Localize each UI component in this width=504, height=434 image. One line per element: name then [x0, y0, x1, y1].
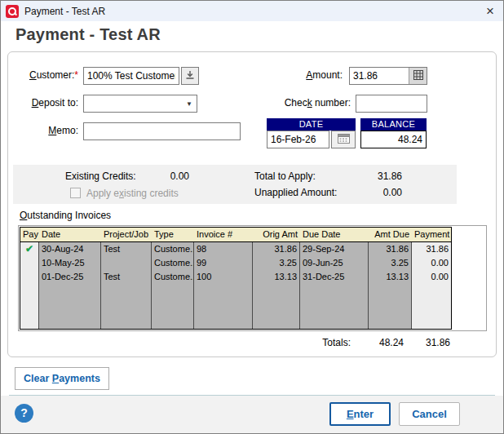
calendar-icon — [338, 133, 350, 146]
footer: ? Enter Cancel — [1, 396, 503, 433]
check-number-label: Check number: — [245, 97, 351, 108]
chevron-down-icon: ▼ — [182, 95, 197, 112]
table-filler-cell — [20, 284, 39, 329]
invoice-cell-type[interactable]: Custome... — [152, 242, 194, 256]
col-header-amt-due: Amt Due — [369, 228, 412, 242]
deposit-to-label: Deposit to: — [8, 97, 78, 108]
invoice-cell-due-date[interactable]: 29-Sep-24 — [300, 242, 369, 256]
date-column-header: DATE — [267, 118, 356, 131]
table-filler-cell — [253, 284, 300, 329]
customer-input[interactable] — [83, 67, 179, 85]
invoice-cell-payment[interactable]: 0.00 — [412, 256, 451, 270]
outstanding-invoices-label: Outstanding Invoices — [20, 210, 111, 221]
quickbooks-logo-icon — [6, 5, 19, 18]
deposit-to-select[interactable]: ▼ — [83, 95, 197, 113]
table-filler-cell — [39, 284, 101, 329]
balance-value: 48.24 — [360, 131, 427, 148]
invoice-cell-payment[interactable]: 0.00 — [412, 270, 451, 284]
totals-label: Totals: — [277, 337, 351, 348]
help-button[interactable]: ? — [15, 404, 33, 423]
invoice-cell-date[interactable]: 10-May-25 — [39, 256, 101, 270]
required-asterisk: * — [74, 69, 78, 81]
invoice-cell-payment[interactable]: 31.86 — [412, 242, 451, 256]
col-header-pay: Pay — [20, 228, 39, 242]
invoice-cell-orig-amt[interactable]: 31.86 — [253, 242, 300, 256]
calculator-icon — [413, 70, 423, 82]
close-icon[interactable]: × — [482, 3, 498, 20]
help-icon: ? — [20, 406, 28, 419]
table-filler-cell — [101, 284, 152, 329]
customer-list-button[interactable] — [181, 67, 199, 85]
invoice-cell-orig-amt[interactable]: 3.25 — [253, 256, 300, 270]
window-title: Payment - Test AR — [24, 6, 105, 17]
invoices-table: Pay Date Project/Job Type Invoice # Orig… — [20, 227, 452, 330]
invoice-cell-due-date[interactable]: 09-Jun-25 — [300, 256, 369, 270]
invoices-table-panel: Pay Date Project/Job Type Invoice # Orig… — [18, 225, 487, 331]
amount-label: Amount: — [253, 69, 343, 81]
invoice-cell-amt-due[interactable]: 3.25 — [369, 256, 412, 270]
check-number-input[interactable] — [356, 95, 427, 113]
col-header-invoice-number: Invoice # — [194, 228, 253, 242]
total-to-apply-label: Total to Apply: — [254, 170, 316, 182]
invoice-cell-project[interactable]: Test — [101, 270, 152, 284]
invoice-cell-orig-amt[interactable]: 13.13 — [253, 270, 300, 284]
total-to-apply-value: 31.86 — [323, 170, 402, 182]
unapplied-amount-value: 0.00 — [323, 187, 402, 198]
invoice-cell-number[interactable]: 99 — [194, 256, 253, 270]
payment-form-panel: Customer:* Amount: Deposit to: ▼ Check n… — [7, 51, 497, 357]
col-header-orig-amt: Orig Amt — [253, 228, 300, 242]
table-filler-cell — [194, 284, 253, 329]
memo-input[interactable] — [83, 122, 241, 140]
enter-button[interactable]: Enter — [329, 402, 391, 426]
table-filler-cell — [369, 284, 412, 329]
table-filler-cell — [412, 284, 451, 329]
apply-existing-credits-label: Apply existing credits — [86, 188, 179, 199]
table-filler-cell — [300, 284, 369, 329]
customer-label: Customer:* — [8, 69, 78, 81]
titlebar: Payment - Test AR × — [1, 1, 503, 21]
invoice-cell-project[interactable] — [101, 256, 152, 270]
calendar-button[interactable] — [331, 131, 356, 148]
col-header-date: Date — [39, 228, 101, 242]
totals-amt-due: 48.24 — [355, 337, 404, 348]
totals-payment: 31.86 — [404, 337, 450, 348]
page-title: Payment - Test AR — [15, 25, 161, 44]
invoice-cell-date[interactable]: 01-Dec-25 — [39, 270, 101, 284]
invoice-cell-type[interactable]: Custome... — [152, 270, 194, 284]
memo-label: Memo: — [8, 125, 78, 136]
apply-existing-credits-checkbox[interactable] — [70, 188, 81, 198]
pay-check-cell[interactable] — [20, 270, 39, 284]
table-filler-cell — [152, 284, 194, 329]
amount-control — [349, 67, 427, 85]
cancel-button[interactable]: Cancel — [399, 402, 460, 426]
calculator-button[interactable] — [409, 68, 427, 84]
clear-payments-button[interactable]: Clear Payments — [15, 367, 109, 390]
invoice-cell-type[interactable]: Custome... — [152, 256, 194, 270]
pay-check-cell[interactable] — [20, 256, 39, 270]
invoice-cell-date[interactable]: 30-Aug-24 — [39, 242, 101, 256]
customer-list-icon — [185, 70, 195, 82]
invoice-cell-number[interactable]: 98 — [194, 242, 253, 256]
col-header-due-date: Due Date — [300, 228, 369, 242]
invoice-cell-due-date[interactable]: 31-Dec-25 — [300, 270, 369, 284]
payment-window: Payment - Test AR × Payment - Test AR Cu… — [0, 0, 504, 434]
pay-check-icon[interactable]: ✔ — [20, 242, 39, 256]
credits-summary-box: Existing Credits: 0.00 Total to Apply: 3… — [13, 165, 457, 204]
invoice-cell-amt-due[interactable]: 13.13 — [369, 270, 412, 284]
deposit-to-value — [84, 95, 182, 112]
existing-credits-value: 0.00 — [111, 170, 189, 182]
invoice-cell-project[interactable]: Test — [101, 242, 152, 256]
invoice-cell-number[interactable]: 100 — [194, 270, 253, 284]
date-input[interactable] — [267, 131, 329, 148]
amount-input[interactable] — [350, 68, 409, 84]
invoice-cell-amt-due[interactable]: 31.86 — [369, 242, 412, 256]
col-header-project-job: Project/Job — [101, 228, 152, 242]
balance-column-header: BALANCE — [360, 118, 427, 131]
col-header-type: Type — [152, 228, 194, 242]
col-header-payment: Payment — [412, 228, 451, 242]
